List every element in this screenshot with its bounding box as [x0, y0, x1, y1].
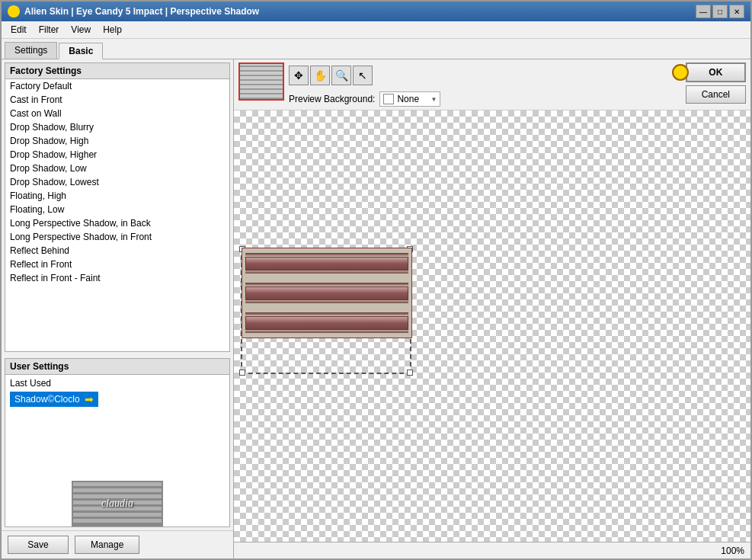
list-item-reflect-behind[interactable]: Reflect Behind — [5, 244, 229, 258]
selected-user-preset[interactable]: Shadow©Cloclo ➡ — [10, 392, 98, 407]
select-tool-button[interactable]: ↖ — [353, 66, 373, 85]
tabs-row: Settings Basic — [2, 39, 750, 59]
bar-shadow-3 — [245, 312, 408, 315]
bar-shadow-below-2 — [245, 300, 408, 303]
tab-basic[interactable]: Basic — [59, 43, 103, 59]
cancel-button[interactable]: Cancel — [686, 85, 746, 104]
list-item-long-perspective-front[interactable]: Long Perspective Shadow, in Front — [5, 230, 229, 244]
zoom-level: 100% — [721, 546, 744, 556]
window-title: Alien Skin | Eye Candy 5 Impact | Perspe… — [24, 6, 259, 17]
mini-preview — [238, 62, 284, 101]
selection-handle-br[interactable] — [407, 370, 413, 376]
manage-button[interactable]: Manage — [75, 536, 139, 554]
right-top: ✥ ✋ 🔍 ↖ — [234, 59, 750, 110]
list-item-drop-shadow-low[interactable]: Drop Shadow, Low — [5, 162, 229, 175]
bar-shadow-below-1 — [245, 270, 408, 274]
preview-bg-label: Preview Background: — [289, 94, 375, 104]
grab-tool-button[interactable]: ✋ — [310, 66, 330, 85]
list-item-drop-shadow-blurry[interactable]: Drop Shadow, Blurry — [5, 120, 229, 134]
factory-settings-area: Factory Settings Factory Default Cast in… — [5, 62, 230, 352]
thumb-stripes: claudia — [73, 482, 162, 525]
list-item-long-perspective-back[interactable]: Long Perspective Shadow, in Back — [5, 216, 229, 230]
selected-user-preset-label: Shadow©Cloclo — [14, 394, 80, 405]
list-item-cast-in-front[interactable]: Cast in Front — [5, 93, 229, 107]
app-icon — [8, 5, 20, 18]
bar-main-1 — [245, 257, 408, 270]
mini-preview-inner — [240, 64, 283, 99]
preset-preview-thumbnail: claudia — [72, 481, 163, 526]
user-settings-area: User Settings Last Used Shadow©Cloclo ➡ … — [5, 358, 230, 527]
maximize-button[interactable]: □ — [712, 5, 728, 18]
right-inner: ✥ ✋ 🔍 ↖ — [234, 59, 750, 558]
list-item-reflect-in-front[interactable]: Reflect in Front — [5, 258, 229, 271]
pan-tool-button[interactable]: ✥ — [289, 66, 309, 85]
menu-view[interactable]: View — [65, 23, 97, 37]
bar-shadow-below-3 — [245, 330, 408, 333]
factory-settings-list[interactable]: Factory Default Cast in Front Cast on Wa… — [5, 79, 229, 351]
bar-row-1 — [245, 253, 408, 274]
menu-filter[interactable]: Filter — [33, 23, 66, 37]
zoom-icon: 🔍 — [335, 69, 348, 82]
left-panel: Factory Settings Factory Default Cast in… — [2, 59, 234, 558]
settings-list-scroll: Factory Default Cast in Front Cast on Wa… — [5, 79, 229, 351]
menu-help[interactable]: Help — [97, 23, 128, 37]
selection-handle-bl[interactable] — [239, 370, 245, 376]
list-item-floating-low[interactable]: Floating, Low — [5, 203, 229, 216]
preview-thumb-area: claudia — [5, 481, 229, 526]
factory-settings-header: Factory Settings — [5, 63, 229, 79]
main-window: Alien Skin | Eye Candy 5 Impact | Perspe… — [0, 0, 752, 560]
tab-settings[interactable]: Settings — [5, 42, 57, 59]
canvas-content — [234, 110, 750, 542]
bar-shadow-1 — [245, 253, 408, 256]
status-bar: 100% — [234, 542, 750, 558]
toolbar-icons: ✥ ✋ 🔍 ↖ — [289, 66, 440, 85]
title-bar: Alien Skin | Eye Candy 5 Impact | Perspe… — [2, 2, 750, 21]
list-item-drop-shadow-high[interactable]: Drop Shadow, High — [5, 134, 229, 148]
zoom-tool-button[interactable]: 🔍 — [331, 66, 351, 85]
bg-color-swatch — [383, 94, 394, 104]
go-to-arrow-icon: ➡ — [85, 393, 94, 405]
bars-image — [242, 248, 411, 338]
right-panel: ✥ ✋ 🔍 ↖ — [234, 59, 750, 558]
minimize-button[interactable]: — — [696, 5, 711, 18]
bar-main-2 — [245, 286, 408, 300]
preview-bg-value: None — [397, 94, 419, 104]
menu-edit[interactable]: Edit — [5, 23, 33, 37]
ok-cancel-area: OK Cancel — [686, 62, 746, 104]
close-button[interactable]: ✕ — [729, 5, 744, 18]
preview-background-area: Preview Background: None ▼ — [289, 91, 440, 107]
select-icon: ↖ — [358, 69, 367, 82]
list-item-drop-shadow-higher[interactable]: Drop Shadow, Higher — [5, 148, 229, 162]
preview-bg-select[interactable]: None ▼ — [379, 91, 440, 107]
pan-icon: ✥ — [294, 69, 303, 82]
ok-button[interactable]: OK — [686, 62, 746, 82]
bars-container — [242, 248, 412, 338]
bar-row-2 — [245, 283, 408, 303]
user-settings-content: Last Used Shadow©Cloclo ➡ — [5, 375, 229, 478]
window-controls: — □ ✕ — [696, 5, 744, 18]
bar-row-3 — [245, 312, 408, 333]
thumb-text: claudia — [101, 498, 133, 510]
bar-main-3 — [245, 316, 408, 330]
list-item-factory-default[interactable]: Factory Default — [5, 79, 229, 93]
menu-bar: Edit Filter View Help — [2, 21, 750, 39]
canvas-area[interactable] — [234, 110, 750, 542]
list-item-cast-on-wall[interactable]: Cast on Wall — [5, 107, 229, 120]
user-settings-header: User Settings — [5, 359, 229, 375]
bottom-buttons: Save Manage — [2, 530, 233, 558]
list-item-drop-shadow-lowest[interactable]: Drop Shadow, Lowest — [5, 175, 229, 189]
list-item-reflect-in-front-faint[interactable]: Reflect in Front - Faint — [5, 271, 229, 285]
save-button[interactable]: Save — [8, 536, 69, 554]
list-item-floating-high[interactable]: Floating, High — [5, 189, 229, 203]
main-content: Factory Settings Factory Default Cast in… — [2, 59, 750, 558]
title-bar-left: Alien Skin | Eye Candy 5 Impact | Perspe… — [8, 5, 259, 18]
dropdown-arrow-icon: ▼ — [430, 96, 437, 103]
grab-icon: ✋ — [314, 69, 327, 82]
last-used-label: Last Used — [10, 378, 225, 389]
bar-shadow-2 — [245, 283, 408, 286]
